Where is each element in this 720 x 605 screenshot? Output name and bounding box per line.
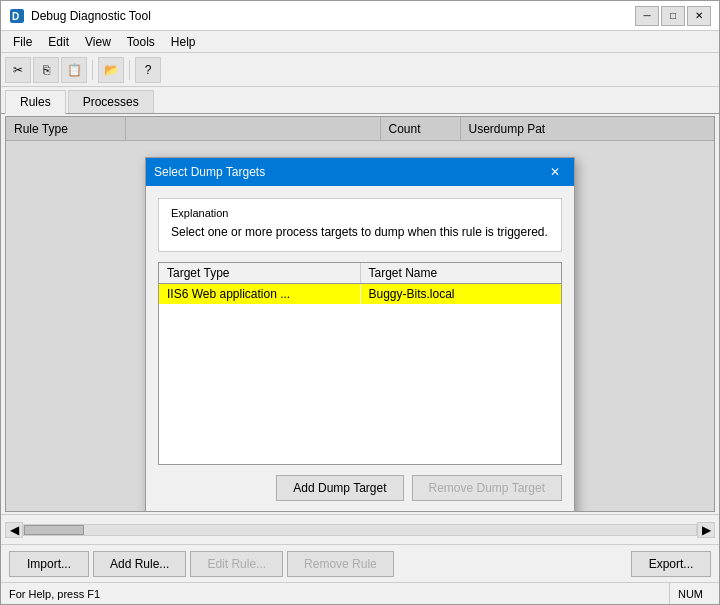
bottom-buttons: Import... Add Rule... Edit Rule... Remov… bbox=[1, 544, 719, 582]
add-dump-target-button[interactable]: Add Dump Target bbox=[276, 475, 403, 501]
target-name-cell: Buggy-Bits.local bbox=[361, 284, 562, 304]
minimize-button[interactable]: ─ bbox=[635, 6, 659, 26]
import-button[interactable]: Import... bbox=[9, 551, 89, 577]
close-button[interactable]: ✕ bbox=[687, 6, 711, 26]
title-bar: D Debug Diagnostic Tool ─ □ ✕ bbox=[1, 1, 719, 31]
toolbar-separator bbox=[92, 60, 93, 80]
modal-overlay: Select Dump Targets ✕ Explanation Select… bbox=[6, 117, 714, 511]
edit-rule-button[interactable]: Edit Rule... bbox=[190, 551, 283, 577]
main-window: D Debug Diagnostic Tool ─ □ ✕ File Edit … bbox=[0, 0, 720, 605]
modal-title-bar: Select Dump Targets ✕ bbox=[146, 158, 574, 186]
horizontal-scrollbar[interactable] bbox=[23, 524, 697, 536]
left-btn-group: Import... Add Rule... Edit Rule... Remov… bbox=[9, 551, 394, 577]
table-row[interactable]: IIS6 Web application ... Buggy-Bits.loca… bbox=[159, 284, 561, 304]
modal-dialog: Select Dump Targets ✕ Explanation Select… bbox=[145, 157, 575, 512]
window-title: Debug Diagnostic Tool bbox=[31, 9, 635, 23]
cut-button[interactable]: ✂ bbox=[5, 57, 31, 83]
tabs: Rules Processes bbox=[1, 87, 719, 114]
tab-rules[interactable]: Rules bbox=[5, 90, 66, 114]
toolbar: ✂ ⎘ 📋 📂 ? bbox=[1, 53, 719, 87]
scroll-left-button[interactable]: ◀ bbox=[5, 522, 23, 538]
targets-table-header: Target Type Target Name bbox=[159, 263, 561, 284]
status-bar: For Help, press F1 NUM bbox=[1, 582, 719, 604]
num-indicator: NUM bbox=[669, 583, 711, 604]
content-area: Rule Type Count Userdump Pat Select Dump… bbox=[5, 116, 715, 512]
modal-close-button[interactable]: ✕ bbox=[544, 162, 566, 182]
target-type-cell: IIS6 Web application ... bbox=[159, 284, 361, 304]
maximize-button[interactable]: □ bbox=[661, 6, 685, 26]
menu-help[interactable]: Help bbox=[163, 33, 204, 51]
menu-edit[interactable]: Edit bbox=[40, 33, 77, 51]
scroll-right-button[interactable]: ▶ bbox=[697, 522, 715, 538]
remove-rule-button[interactable]: Remove Rule bbox=[287, 551, 394, 577]
modal-nav: < Back Next > Cancel Help bbox=[158, 511, 562, 512]
remove-dump-target-button[interactable]: Remove Dump Target bbox=[412, 475, 563, 501]
targets-col-name: Target Name bbox=[361, 263, 562, 283]
scroll-area: ◀ ▶ bbox=[1, 514, 719, 544]
modal-title: Select Dump Targets bbox=[154, 165, 544, 179]
help-button[interactable]: ? bbox=[135, 57, 161, 83]
menu-view[interactable]: View bbox=[77, 33, 119, 51]
explanation-text: Select one or more process targets to du… bbox=[171, 225, 549, 239]
paste-button[interactable]: 📋 bbox=[61, 57, 87, 83]
copy-button[interactable]: ⎘ bbox=[33, 57, 59, 83]
scrollbar-thumb bbox=[24, 525, 84, 535]
explanation-group: Explanation Select one or more process t… bbox=[158, 198, 562, 252]
menu-bar: File Edit View Tools Help bbox=[1, 31, 719, 53]
modal-actions: Add Dump Target Remove Dump Target bbox=[158, 475, 562, 501]
right-btn-group: Export... bbox=[631, 551, 711, 577]
targets-col-type: Target Type bbox=[159, 263, 361, 283]
window-controls: ─ □ ✕ bbox=[635, 6, 711, 26]
open-button[interactable]: 📂 bbox=[98, 57, 124, 83]
modal-body: Explanation Select one or more process t… bbox=[146, 186, 574, 512]
status-text: For Help, press F1 bbox=[9, 588, 100, 600]
menu-file[interactable]: File bbox=[5, 33, 40, 51]
targets-table-body[interactable]: IIS6 Web application ... Buggy-Bits.loca… bbox=[159, 284, 561, 464]
export-button[interactable]: Export... bbox=[631, 551, 711, 577]
svg-text:D: D bbox=[12, 11, 19, 22]
menu-tools[interactable]: Tools bbox=[119, 33, 163, 51]
toolbar-separator-2 bbox=[129, 60, 130, 80]
app-icon: D bbox=[9, 8, 25, 24]
targets-table: Target Type Target Name IIS6 Web applica… bbox=[158, 262, 562, 465]
tab-processes[interactable]: Processes bbox=[68, 90, 154, 113]
add-rule-button[interactable]: Add Rule... bbox=[93, 551, 186, 577]
explanation-label: Explanation bbox=[171, 207, 549, 219]
